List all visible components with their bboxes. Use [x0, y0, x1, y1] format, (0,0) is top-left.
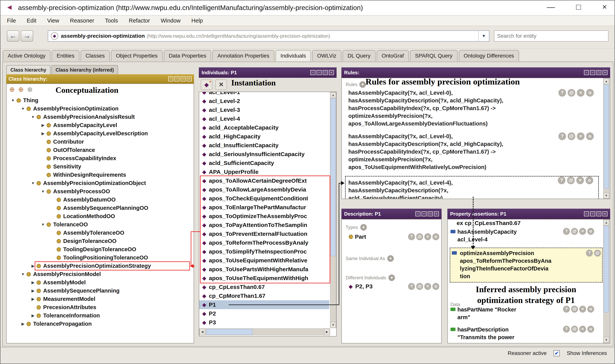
rule-action-button[interactable]: ×	[577, 89, 585, 97]
inferred-assertion[interactable]: optimizeAssemblyPrecision apos_ToReformT…	[450, 247, 603, 283]
individual-item[interactable]: ◆ acld_InsufficientCapacity	[199, 141, 329, 150]
class-tree-item[interactable]: ▶ TolerancePropagation	[7, 320, 194, 328]
class-tree-item[interactable]: ToolingDesignToleranceOO	[7, 245, 194, 254]
scroll-down-icon[interactable]: ▼	[603, 193, 609, 198]
type-assertion-row[interactable]: Part ?@×o	[349, 233, 439, 240]
rules-vertical-scrollbar[interactable]: ▲ ▼	[603, 78, 609, 199]
add-individual-button[interactable]: ◆ *	[201, 79, 212, 90]
add-different-individual-button[interactable]: +	[388, 274, 395, 281]
individual-item[interactable]: ◆ acl_Level-4	[199, 114, 329, 123]
main-tab[interactable]: Data Properties	[164, 50, 211, 61]
class-tree-item[interactable]: ▼ AssemblyProcessOO	[7, 187, 194, 195]
back-button[interactable]: ←	[7, 30, 19, 42]
scroll-down-icon[interactable]: ▼	[330, 322, 336, 328]
individual-item[interactable]: ◆ cp_CpMoreThan1.67	[199, 291, 329, 300]
expand-icon[interactable]: ▶	[29, 280, 37, 285]
main-tab[interactable]: SPARQL Query	[410, 50, 458, 61]
swrl-rule[interactable]: ?@×o hasAssemblyCapacity(?x, acl_Level-0…	[348, 132, 599, 171]
main-tab[interactable]: Active Ontology	[3, 50, 51, 61]
class-tree-item[interactable]: AssemblyDatumOO	[7, 195, 194, 204]
assertion-action-button[interactable]: ?	[408, 233, 415, 240]
assertion-action-button[interactable]: ×	[579, 306, 586, 312]
expand-icon[interactable]: ▶	[39, 131, 47, 136]
expand-icon[interactable]: ▶	[29, 288, 37, 293]
menu-item[interactable]: Reasoner	[70, 17, 94, 24]
expand-icon[interactable]: ▶	[29, 313, 37, 318]
rule-action-button[interactable]: o	[586, 177, 593, 184]
assertion-action-button[interactable]: @	[594, 250, 601, 257]
individuals-vertical-scrollbar[interactable]: ▲ ▼	[330, 92, 336, 328]
class-hierarchy-tab[interactable]: Class hierarchy	[6, 65, 51, 75]
scrollbar-thumb[interactable]	[206, 329, 253, 335]
assertion-action-button[interactable]: ×	[579, 326, 586, 333]
panel-control-icon[interactable]: −	[590, 211, 595, 216]
individual-item[interactable]: ◆ P3	[199, 318, 329, 327]
scroll-left-icon[interactable]: ◀	[199, 329, 205, 335]
assertion-action-button[interactable]: o	[587, 306, 594, 312]
class-tree-item[interactable]: ▶ AssemblyCapacityLevelDescription	[7, 129, 194, 138]
scrollbar-thumb[interactable]	[604, 85, 609, 188]
panel-control-icon[interactable]: □	[596, 70, 601, 75]
search-input[interactable]	[494, 30, 608, 42]
expand-icon[interactable]: ▼	[29, 115, 37, 119]
swrl-rule[interactable]: ?@×o hasAssemblyCapacity(?x, acl_Level-0…	[348, 89, 599, 128]
panel-control-icon[interactable]: ▫	[168, 77, 173, 81]
assertion-action-button[interactable]: ×	[424, 233, 431, 240]
ontology-address-combo[interactable]: ◆ assembly-precision-optimization (http:…	[48, 30, 489, 42]
rule-action-button[interactable]: @	[567, 177, 575, 184]
assertion-action-button[interactable]: ?	[563, 306, 570, 312]
class-tree-item[interactable]: PrecesionAttributes	[7, 303, 194, 312]
rule-action-button[interactable]: @	[568, 89, 575, 97]
individual-item[interactable]: ◆ APA_UpperProfile	[199, 168, 329, 176]
rule-action-button[interactable]: ×	[577, 132, 585, 140]
panel-control-icon[interactable]: ×	[434, 211, 439, 216]
individual-item[interactable]: ◆ acld_HighCapacity	[199, 132, 329, 141]
assertion-action-button[interactable]: @	[571, 228, 578, 235]
add-same-individual-button[interactable]: +	[387, 255, 394, 262]
class-tree-item[interactable]: ▶ MeasurementModel	[7, 295, 194, 303]
class-tree-item[interactable]: ▼ Thing	[7, 96, 194, 104]
expand-icon[interactable]: ▼	[29, 181, 37, 185]
panel-control-icon[interactable]: −	[422, 211, 426, 216]
class-tree-item[interactable]: LocationMethodOO	[7, 212, 194, 221]
assertion-action-button[interactable]: @	[416, 233, 423, 240]
menu-item[interactable]: File	[7, 17, 16, 24]
expand-icon[interactable]: ▼	[39, 189, 47, 194]
scrollbar-thumb[interactable]	[331, 98, 336, 256]
rule-action-button[interactable]: ?	[558, 177, 565, 184]
scroll-up-icon[interactable]: ▲	[603, 78, 609, 84]
delete-individual-button[interactable]: ×	[215, 79, 227, 90]
rule-action-button[interactable]: ?	[558, 132, 566, 140]
rule-action-button[interactable]: ?	[558, 89, 566, 97]
class-tree-item[interactable]: WithinDesignRequirements	[7, 171, 194, 179]
class-tree-item[interactable]: ▼ AssemblyPrecisionModel	[7, 270, 194, 278]
menu-item[interactable]: Window	[161, 17, 180, 24]
class-tree-item[interactable]: ▼ AssemblyPrecisionOptimizationObject	[7, 179, 194, 187]
panel-control-icon[interactable]: □	[180, 77, 186, 81]
assertion-action-button[interactable]: ?	[563, 326, 570, 333]
panel-control-icon[interactable]: ▫	[584, 211, 589, 216]
rule-action-button[interactable]: @	[568, 132, 575, 140]
panel-control-icon[interactable]: −	[590, 70, 595, 75]
assertion-action-button[interactable]: @	[571, 306, 578, 312]
data-property-assertion[interactable]: hasPartName "Rocker arm" ?@×o	[451, 306, 603, 321]
assertion-action-button[interactable]: ×	[424, 283, 431, 290]
main-tab[interactable]: Entities	[52, 50, 79, 61]
assertion-action-button[interactable]: o	[587, 326, 594, 333]
panel-control-icon[interactable]: ×	[602, 211, 607, 216]
individual-item[interactable]: ◆ acl_Level-2	[199, 97, 329, 105]
scroll-up-icon[interactable]: ▲	[603, 220, 609, 225]
main-tab[interactable]: Object Properties	[111, 50, 163, 61]
individual-item[interactable]: ◆ acl_Level-3	[199, 105, 329, 114]
rule-action-button[interactable]: o	[586, 89, 594, 97]
expand-icon[interactable]: ▼	[39, 222, 47, 227]
class-tree-item[interactable]: ▼ ToleranceOO	[7, 221, 194, 229]
scroll-up-icon[interactable]: ▲	[330, 92, 336, 98]
panel-control-icon[interactable]: ×	[187, 77, 192, 81]
rule-action-button[interactable]: o	[586, 132, 594, 140]
class-tree-item[interactable]: Sensitivity	[7, 162, 194, 171]
add-subclass-button[interactable]: ⊕	[9, 85, 15, 93]
add-type-button[interactable]: +	[360, 224, 367, 231]
class-tree-item[interactable]: ▶ AssemblyModel	[7, 278, 194, 287]
assertion-action-button[interactable]: ×	[579, 228, 586, 235]
